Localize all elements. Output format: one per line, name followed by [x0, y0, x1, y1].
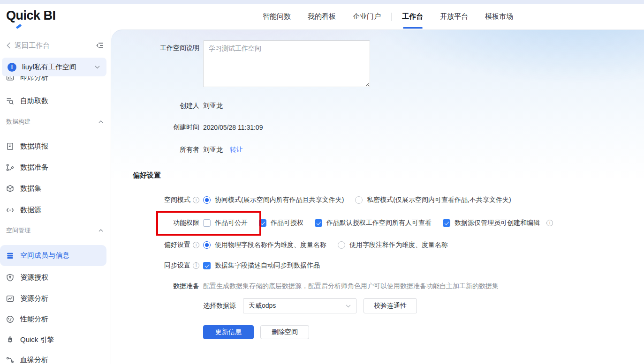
- sidebar-item-label: Quick 引擎: [20, 335, 54, 344]
- radio-private-mode[interactable]: 私密模式(仅展示空间内可查看作品,不共享文件夹): [355, 196, 511, 204]
- owner-row: 所有者 刘亚龙 转让: [111, 146, 644, 154]
- radio-icon[interactable]: [355, 196, 363, 204]
- nav-open-platform[interactable]: 开放平台: [440, 12, 468, 21]
- sidebar-item-performance-analysis[interactable]: 性能分析: [0, 312, 111, 326]
- sidebar-item-label: 数据填报: [20, 142, 48, 151]
- main-content: 工作空间说明 学习测试工作空间 创建人 刘亚龙 创建时间 2020/05/28 …: [111, 30, 644, 364]
- owner-value: 刘亚龙: [203, 146, 223, 154]
- checkbox-datasource-admin-only[interactable]: 数据源仅管理员可创建和编辑 i: [443, 219, 553, 227]
- owner-label: 所有者: [111, 146, 199, 154]
- radio-field-comment-name[interactable]: 使用字段注释作为维度、度量名称: [338, 241, 448, 249]
- chevron-left-icon: [7, 42, 11, 49]
- radio-physical-field-name[interactable]: 使用物理字段名称作为维度、度量名称: [203, 241, 326, 249]
- checkbox-label: 作品可公开: [215, 219, 248, 227]
- transfer-link[interactable]: 转让: [230, 146, 243, 154]
- top-strip: [0, 0, 644, 4]
- chevron-down-icon: [346, 305, 351, 308]
- sidebar-item-label: 血缘分析: [20, 356, 48, 364]
- sidebar-item-lineage-analysis[interactable]: 血缘分析: [0, 353, 111, 364]
- action-buttons-row: 更新信息 删除空间: [111, 325, 644, 339]
- data-prep-label: 数据准备: [111, 282, 199, 290]
- sidebar-item-label: 资源授权: [20, 273, 48, 282]
- info-icon[interactable]: i: [546, 220, 553, 226]
- update-info-button[interactable]: 更新信息: [203, 325, 254, 339]
- sidebar-item-label: 数据准备: [20, 163, 48, 172]
- verify-connectivity-button[interactable]: 校验连通性: [364, 298, 417, 313]
- nav-workbench[interactable]: 工作台: [402, 12, 423, 21]
- space-mode-label: 空间模式: [164, 196, 190, 204]
- sidebar-item-resource-analysis[interactable]: 资源分析: [0, 291, 111, 305]
- sidebar-section-space-mgmt[interactable]: 空间管理: [0, 226, 111, 235]
- radio-icon[interactable]: [338, 241, 345, 249]
- flow-nodes-icon: [6, 163, 14, 171]
- sidebar-item-data-prep[interactable]: 数据准备: [0, 160, 111, 174]
- back-to-workbench-link[interactable]: 返回工作台: [7, 41, 50, 50]
- sidebar-section-data-build[interactable]: 数据构建: [0, 117, 111, 126]
- chevron-up-icon: [98, 229, 103, 232]
- sync-setting-row: 同步设置 i 数据集字段描述自动同步到数据作品: [111, 261, 644, 270]
- workspace-description-textarea[interactable]: 学习测试工作空间: [203, 40, 370, 87]
- collapse-sidebar-icon[interactable]: [96, 42, 104, 49]
- sidebar-item-label: 数据源: [20, 206, 41, 215]
- workspace-selector[interactable]: l liuyl私有工作空间: [2, 58, 106, 76]
- workspace-badge: l: [8, 63, 16, 72]
- shield-icon: [6, 274, 14, 282]
- nav-my-dashboard[interactable]: 我的看板: [308, 12, 336, 21]
- creator-value: 刘亚龙: [203, 102, 223, 110]
- back-label: 返回工作台: [15, 41, 50, 50]
- info-icon[interactable]: i: [193, 262, 199, 269]
- radio-icon[interactable]: [203, 196, 211, 204]
- checkbox-icon[interactable]: [259, 219, 266, 227]
- checkbox-icon[interactable]: [203, 219, 211, 227]
- sync-setting-label: 同步设置: [164, 261, 190, 270]
- stacked-layers-icon: [6, 252, 14, 260]
- info-icon[interactable]: i: [193, 242, 199, 248]
- header: Quick BI 智能问数 我的看板 企业门户 工作台 开放平台 模板市场: [0, 4, 644, 30]
- checkbox-label: 数据集字段描述自动同步到数据作品: [215, 261, 320, 270]
- logo-text: Quick BI: [6, 8, 56, 22]
- workspace-name: liuyl私有工作空间: [22, 63, 95, 72]
- delete-space-button[interactable]: 删除空间: [260, 325, 309, 339]
- chart-line-icon: [6, 295, 14, 303]
- sidebar-item-resource-auth[interactable]: 资源授权: [0, 270, 111, 284]
- sidebar-item-quick-engine[interactable]: Quick 引擎: [0, 333, 111, 347]
- brackets-dash-icon: [6, 206, 14, 214]
- workspace-description-label: 工作空间说明: [111, 44, 199, 52]
- sidebar-item-data-form-fill[interactable]: 数据填报: [0, 139, 111, 153]
- sidebar-item-datasource[interactable]: 数据源: [0, 203, 111, 217]
- checkbox-sync-field-desc[interactable]: 数据集字段描述自动同步到数据作品: [203, 261, 320, 270]
- sidebar-item-members-info[interactable]: 空间成员与信息: [0, 245, 106, 266]
- radio-icon[interactable]: [203, 241, 211, 249]
- sidebar-item-dataset[interactable]: 数据集: [0, 181, 111, 195]
- checkbox-default-auth-all[interactable]: 作品默认授权工作空间所有人可查看: [315, 219, 432, 227]
- nav-enterprise-portal[interactable]: 企业门户: [353, 12, 381, 21]
- sidebar-item-self-service-fetch[interactable]: 自助取数: [0, 94, 111, 108]
- checkbox-work-public[interactable]: 作品可公开: [203, 219, 248, 227]
- info-icon[interactable]: i: [193, 197, 199, 203]
- sidebar-item-label: 自助取数: [20, 97, 48, 105]
- workspace-description-row: 工作空间说明 学习测试工作空间: [111, 40, 644, 87]
- checkbox-icon[interactable]: [443, 219, 450, 227]
- sidebar-item-label: 资源分析: [20, 294, 48, 303]
- datasource-select-label: 选择数据源: [203, 302, 236, 310]
- datasource-select[interactable]: 天威odps: [243, 298, 356, 313]
- radio-collab-mode[interactable]: 协同模式(展示空间内所有作品且共享文件夹): [203, 196, 344, 204]
- app-logo[interactable]: Quick BI: [6, 8, 56, 23]
- checkbox-label: 作品可授权: [271, 219, 303, 227]
- created-time-row: 创建时间 2020/05/28 11:31:09: [111, 123, 644, 132]
- checkbox-work-authorizable[interactable]: 作品可授权: [259, 219, 303, 227]
- section-title: 数据构建: [6, 118, 30, 126]
- checkbox-icon[interactable]: [315, 219, 322, 227]
- data-prep-description: 配置生成数据集存储的底层数据源，配置后分析师角色用户可以使用数据准备功能自主加工…: [203, 282, 499, 290]
- creator-label: 创建人: [111, 102, 199, 110]
- created-time-value: 2020/05/28 11:31:09: [203, 124, 263, 131]
- nav-smart-qa[interactable]: 智能问数: [263, 12, 291, 21]
- function-permissions-label: 功能权限: [111, 219, 199, 227]
- radio-label: 使用物理字段名称作为维度、度量名称: [215, 241, 326, 249]
- creator-row: 创建人 刘亚龙: [111, 102, 644, 110]
- nav-template-market[interactable]: 模板市场: [485, 12, 513, 21]
- radio-label: 私密模式(仅展示空间内可查看作品,不共享文件夹): [367, 196, 511, 204]
- rocket-icon: [6, 336, 14, 344]
- checkbox-label: 作品默认授权工作空间所有人可查看: [326, 219, 432, 227]
- checkbox-icon[interactable]: [203, 262, 211, 269]
